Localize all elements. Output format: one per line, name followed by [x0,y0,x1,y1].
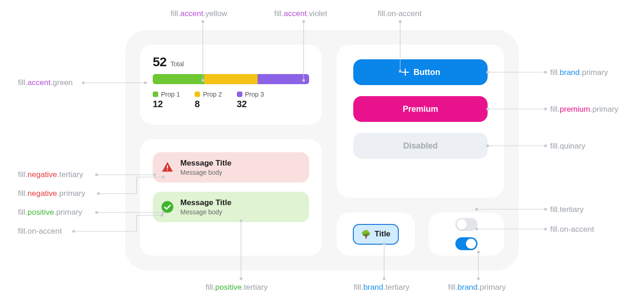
svg-point-8 [302,20,305,23]
button-label: Disabled [403,141,437,151]
annotation-label: fill.quinary [550,142,586,151]
svg-point-53 [383,277,385,280]
stacked-bar [153,74,309,84]
svg-rect-0 [167,165,168,168]
toggle-knob [466,239,476,249]
message-body: Message body [180,169,231,176]
bar-segment-green [153,74,204,84]
legend-item: Prop 1 12 [153,91,180,109]
svg-point-2 [161,201,173,213]
annotation-label: fill.on-accent [18,227,62,236]
primary-button[interactable]: Button [353,59,488,85]
bar-segment-violet [258,74,309,84]
legend-value: 12 [153,99,180,109]
message-negative: Message Title Message body [153,152,309,183]
annotation-label: fill.premium.primary [550,105,618,114]
check-circle-icon [161,201,174,213]
legend-label: Prop 2 [203,91,222,98]
annotation-label: fill.accent.green [18,78,73,87]
svg-rect-1 [167,169,168,170]
annotation-label: fill.tertiary [550,205,584,214]
message-body: Message body [180,208,231,216]
button-label: Button [414,68,440,77]
stats-card: 52 Total Prop 1 12 Prop 2 8 Prop 3 32 [140,45,322,125]
button-label: Premium [402,104,438,114]
disabled-button: Disabled [353,133,488,159]
stats-total-value: 52 [153,55,167,69]
messages-card: Message Title Message body Message Title… [140,139,322,256]
annotation-label: fill.negative.primary [18,189,85,198]
svg-point-17 [95,173,98,176]
buttons-card: Button Premium Disabled [337,45,504,198]
legend-value: 8 [195,99,222,109]
svg-point-14 [82,81,85,84]
svg-point-38 [544,108,547,110]
plus-icon [401,68,410,77]
chip-card: 🌳 Title [337,212,415,256]
annotation-label: fill.accent.yellow [171,9,227,18]
legend-dot-icon [195,92,200,97]
design-tokens-panel: 52 Total Prop 1 12 Prop 2 8 Prop 3 32 [125,30,519,270]
tree-icon: 🌳 [361,229,371,239]
legend-item: Prop 3 32 [237,91,264,109]
toggle-off[interactable] [455,218,477,231]
premium-button[interactable]: Premium [353,96,488,122]
legend-label: Prop 1 [161,91,180,98]
svg-point-41 [544,144,547,147]
chip-label: Title [374,229,391,239]
toggle-knob [457,219,467,229]
svg-point-11 [399,20,402,23]
stats-total: 52 Total [153,55,309,69]
svg-point-20 [97,192,100,195]
annotation-label: fill.brand.primary [550,68,608,77]
legend-label: Prop 3 [245,91,264,98]
legend-value: 32 [237,99,264,109]
warning-icon [161,161,174,174]
legend-dot-icon [153,92,158,97]
svg-point-28 [72,230,75,233]
svg-point-25 [95,211,98,214]
svg-point-50 [240,277,242,280]
message-positive: Message Title Message body [153,192,309,222]
annotation-label: fill.positive.tertiary [206,283,268,292]
annotation-label: fill.brand.tertiary [354,283,409,292]
svg-point-35 [544,71,547,74]
annotation-label: fill.on-accent [378,9,421,18]
legend-item: Prop 2 8 [195,91,222,109]
annotation-label: fill.positive.primary [18,208,82,217]
annotation-label: fill.negative.tertiary [18,170,83,179]
bar-segment-yellow [204,74,258,84]
svg-point-44 [544,208,547,211]
svg-point-47 [544,228,547,230]
toggle-on[interactable] [455,237,477,250]
svg-point-56 [477,277,480,280]
svg-point-5 [201,20,204,23]
stats-legend: Prop 1 12 Prop 2 8 Prop 3 32 [153,91,309,109]
message-title: Message Title [180,198,231,207]
annotation-label: fill.brand.primary [448,283,506,292]
chip[interactable]: 🌳 Title [353,224,399,245]
stats-total-label: Total [170,60,184,68]
annotation-label: fill.accent.violet [274,9,327,18]
toggles-card [429,212,504,256]
annotation-label: fill.on-accent [550,225,594,234]
message-title: Message Title [180,159,231,168]
legend-dot-icon [237,92,242,97]
